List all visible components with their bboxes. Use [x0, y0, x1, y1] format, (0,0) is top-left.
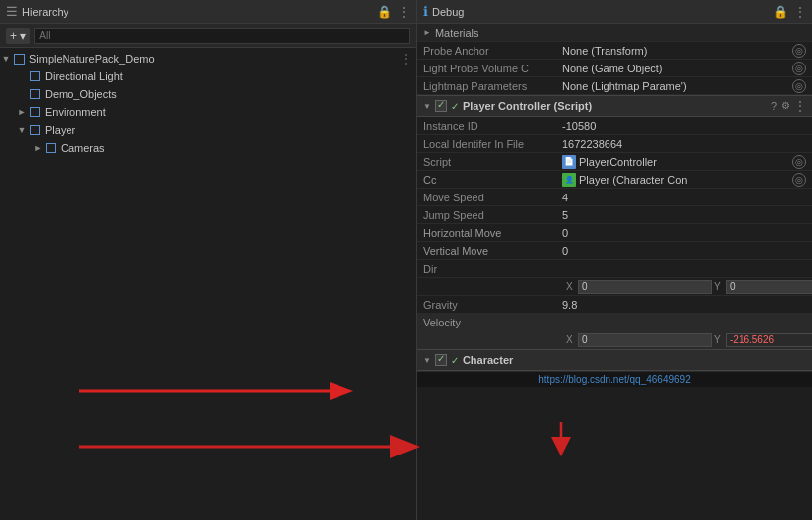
vertical-move-value: 0 [562, 245, 806, 257]
dir-x-item: X [566, 280, 712, 294]
hierarchy-more-icon[interactable]: ⋮ [398, 6, 410, 18]
hierarchy-toolbar: + ▾ [0, 24, 416, 48]
dir-label-row: Dir [417, 260, 812, 278]
probe-anchor-value: None (Transform) [562, 45, 792, 57]
inspector-title: Debug [432, 6, 769, 18]
horizontal-move-value: 0 [562, 227, 806, 239]
tree-label-root: SimpleNaturePack_Demo [29, 53, 155, 65]
tree-label-player: Player [45, 124, 75, 136]
cube-icon-environment [28, 105, 42, 119]
char-ctrl-checkbox[interactable] [435, 354, 447, 366]
local-identifier-label: Local Identifer In File [423, 138, 562, 150]
cube-icon-demo-objects [28, 87, 42, 101]
tree-label-environment: Environment [45, 106, 106, 118]
hierarchy-menu-icon[interactable]: ☰ [6, 4, 18, 19]
vertical-move-row: Vertical Move 0 [417, 242, 812, 260]
script-circle-btn[interactable]: ◎ [792, 155, 806, 169]
player-controller-more[interactable]: ⋮ [794, 100, 806, 112]
velocity-x-axis: X [566, 334, 576, 345]
script-value: PlayerController [579, 156, 792, 168]
hierarchy-lock-icon[interactable]: 🔒 [377, 6, 392, 18]
main-layout: ☰ Hierarchy 🔒 ⋮ + ▾ SimpleNaturePack_Dem… [0, 0, 812, 520]
tree-item-player[interactable]: Player [0, 121, 416, 139]
light-probe-circle-btn[interactable]: ◎ [792, 62, 806, 75]
player-controller-settings[interactable]: ⚙ [781, 101, 790, 111]
char-ctrl-check: ✓ [451, 355, 459, 366]
dir-y-input[interactable] [726, 280, 812, 294]
cc-row: Cc 👤 Player (Character Con ◎ [417, 171, 812, 189]
jump-speed-row: Jump Speed 5 [417, 206, 812, 224]
tree-item-directional[interactable]: Directional Light [0, 67, 416, 85]
probe-anchor-circle-btn[interactable]: ◎ [792, 44, 806, 58]
probe-anchor-row: Probe Anchor None (Transform) ◎ [417, 42, 812, 60]
velocity-label: Velocity [423, 317, 562, 328]
player-controller-arrow[interactable]: ▼ [423, 102, 431, 111]
inspector-panel: ℹ Debug 🔒 ⋮ ► Materials Probe Anchor Non… [417, 0, 812, 520]
probe-anchor-label: Probe Anchor [423, 45, 562, 57]
velocity-label-row: Velocity [417, 314, 812, 331]
tree-item-demo-objects[interactable]: Demo_Objects [0, 85, 416, 103]
cube-icon-directional [28, 69, 42, 83]
footer-url-text: https://blog.csdn.net/qq_46649692 [538, 374, 690, 385]
hierarchy-tree: SimpleNaturePack_Demo ⋮ Directional Ligh… [0, 48, 416, 520]
tree-label-directional: Directional Light [45, 70, 123, 82]
dir-y-item: Y [714, 280, 812, 294]
lightmap-params-label: Lightmap Parameters [423, 80, 562, 92]
script-row: Script 📄 PlayerController ◎ [417, 153, 812, 171]
move-speed-value: 4 [562, 192, 806, 203]
lightmap-params-circle-btn[interactable]: ◎ [792, 79, 806, 93]
tree-item-cameras[interactable]: Cameras [0, 139, 416, 157]
tree-label-demo-objects: Demo_Objects [45, 88, 117, 100]
arrow-root [0, 54, 12, 64]
dir-x-input[interactable] [578, 280, 712, 294]
light-probe-value: None (Game Object) [562, 63, 792, 74]
cc-circle-btn[interactable]: ◎ [792, 173, 806, 187]
light-probe-row: Light Probe Volume C None (Game Object) … [417, 60, 812, 77]
player-controller-checkbox[interactable] [435, 100, 447, 112]
move-speed-label: Move Speed [423, 192, 562, 203]
gravity-row: Gravity 9.8 [417, 296, 812, 314]
inspector-debug-icon: ℹ [423, 4, 428, 19]
tree-item-more-root[interactable]: ⋮ [400, 52, 412, 65]
character-controller-header: ▼ ✓ Character [417, 349, 812, 371]
dir-y-axis: Y [714, 281, 724, 292]
inspector-content: ► Materials Probe Anchor None (Transform… [417, 24, 812, 520]
arrow-environment [16, 107, 28, 117]
inspector-lock-icon[interactable]: 🔒 [773, 6, 788, 18]
instance-id-label: Instance ID [423, 120, 562, 132]
char-ctrl-arrow[interactable]: ▼ [423, 356, 431, 365]
hierarchy-panel: ☰ Hierarchy 🔒 ⋮ + ▾ SimpleNaturePack_Dem… [0, 0, 417, 520]
tree-item-root[interactable]: SimpleNaturePack_Demo ⋮ [0, 50, 416, 67]
player-controller-question[interactable]: ? [771, 101, 777, 112]
player-controller-header: ▼ ✓ Player Controller (Script) ? ⚙ ⋮ [417, 95, 812, 117]
velocity-y-input[interactable] [726, 333, 812, 347]
velocity-x-input[interactable] [578, 333, 712, 347]
player-char-icon: 👤 [562, 173, 576, 187]
footer-url: https://blog.csdn.net/qq_46649692 [417, 371, 812, 387]
lightmap-params-row: Lightmap Parameters None (Lightmap Param… [417, 77, 812, 95]
hierarchy-header-icons: 🔒 ⋮ [377, 6, 410, 18]
char-ctrl-title: Character [463, 354, 806, 366]
hierarchy-header: ☰ Hierarchy 🔒 ⋮ [0, 0, 416, 24]
hierarchy-search-input[interactable] [34, 28, 410, 44]
velocity-x-item: X [566, 333, 712, 347]
add-object-button[interactable]: + ▾ [6, 28, 30, 44]
gravity-value: 9.8 [562, 299, 806, 311]
instance-id-row: Instance ID -10580 [417, 117, 812, 135]
dir-xyz-row: X Y Z [417, 278, 812, 296]
arrow-cameras [32, 143, 44, 153]
arrow-player [16, 125, 28, 135]
materials-section: ► Materials [417, 24, 812, 42]
materials-label: Materials [435, 27, 479, 39]
inspector-more-icon[interactable]: ⋮ [794, 6, 806, 18]
materials-arrow: ► [423, 28, 431, 37]
player-controller-check-label: ✓ [451, 101, 459, 112]
local-identifier-value: 1672238664 [562, 138, 806, 150]
cc-value: Player (Character Con [579, 174, 792, 186]
jump-speed-label: Jump Speed [423, 209, 562, 221]
inspector-header: ℹ Debug 🔒 ⋮ [417, 0, 812, 24]
velocity-xyz-field: X Y Z [566, 333, 812, 347]
inspector-header-icons: 🔒 ⋮ [773, 6, 806, 18]
tree-item-environment[interactable]: Environment [0, 103, 416, 121]
velocity-y-axis: Y [714, 334, 724, 345]
